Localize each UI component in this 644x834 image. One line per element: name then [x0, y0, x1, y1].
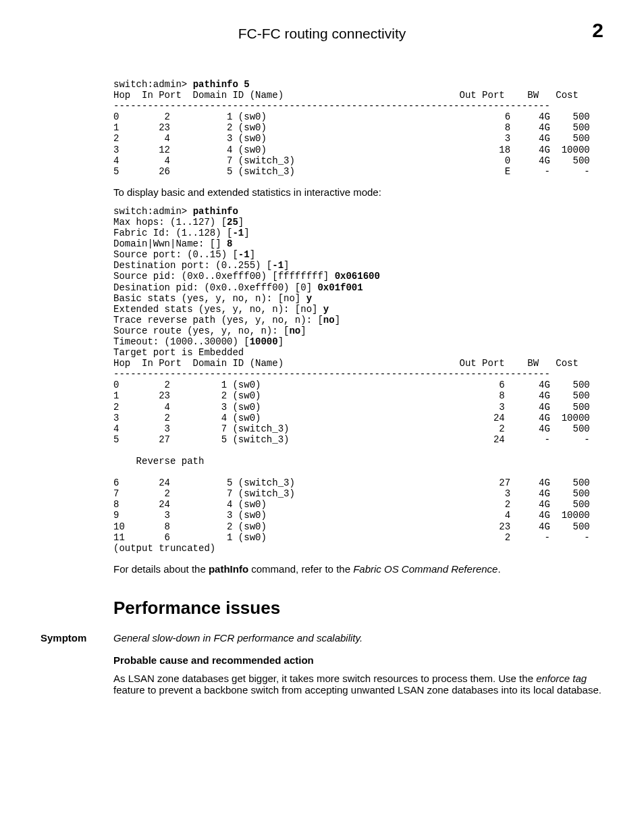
intro-text-2: To display basic and extended statistics… — [41, 186, 603, 198]
symptom-row: Symptom General slow-down in FCR perform… — [41, 632, 603, 644]
symptom-label: Symptom — [41, 632, 113, 644]
chapter-number: 2 — [592, 19, 603, 42]
command: pathinfo 5 — [193, 79, 250, 90]
page-title: FC-FC routing connectivity — [238, 26, 406, 42]
cause-body: As LSAN zone databases get bigger, it ta… — [41, 673, 603, 696]
table-row: 5 26 5 (switch_3) E - - — [113, 166, 590, 177]
page-content: FC-FC routing connectivity 2 switch:admi… — [0, 0, 644, 744]
table-row: 5 27 5 (switch_3) 24 - - — [113, 434, 590, 445]
command-name: pathInfo — [209, 563, 248, 575]
table-row: 0 2 1 (sw0) 6 4G 500 — [113, 380, 590, 390]
prompt: switch:admin> — [113, 79, 187, 90]
feature-name: enforce tag — [536, 673, 587, 684]
rule: ----------------------------------------… — [113, 101, 550, 111]
prompt: switch:admin> — [113, 206, 187, 217]
cause-heading: Probable cause and recommended action — [41, 654, 603, 666]
page-header: FC-FC routing connectivity 2 — [41, 26, 603, 42]
terminal-block-2: switch:admin> pathinfo Max hops: (1..127… — [41, 206, 603, 554]
table-row: 0 2 1 (sw0) 6 4G 500 — [113, 111, 590, 122]
command: pathinfo — [193, 206, 238, 217]
rule: ----------------------------------------… — [113, 369, 550, 380]
table-row: 3 2 4 (sw0) 24 4G 10000 — [113, 413, 590, 423]
table-row: 7 2 7 (switch_3) 3 4G 500 — [113, 488, 590, 499]
section-heading: Performance issues — [41, 598, 603, 619]
table-row: 2 4 3 (sw0) 3 4G 500 — [113, 402, 590, 413]
reference-title: Fabric OS Command Reference — [353, 563, 498, 575]
table-row: 11 6 1 (sw0) 2 - - — [113, 532, 590, 543]
table-row: 1 23 2 (sw0) 8 4G 500 — [113, 390, 590, 401]
table-row: 4 4 7 (switch_3) 0 4G 500 — [113, 155, 590, 166]
table-row: 4 3 7 (switch_3) 2 4G 500 — [113, 423, 590, 434]
table-row: 6 24 5 (switch_3) 27 4G 500 — [113, 477, 590, 488]
terminal-block-1: switch:admin> pathinfo 5 Hop In Port Dom… — [41, 79, 603, 177]
reverse-path-label: Reverse path — [113, 456, 204, 467]
table-row: 2 4 3 (sw0) 3 4G 500 — [113, 133, 590, 144]
table-header: Hop In Port Domain ID (Name) Out Port BW… — [113, 90, 579, 101]
table-row: 1 23 2 (sw0) 8 4G 500 — [113, 122, 590, 133]
closing-text: For details about the pathInfo command, … — [41, 563, 603, 575]
output-truncated: (output truncated) — [113, 543, 215, 554]
table-row: 8 24 4 (sw0) 2 4G 500 — [113, 499, 590, 510]
table-row: 10 8 2 (sw0) 23 4G 500 — [113, 521, 590, 532]
table-header: Hop In Port Domain ID (Name) Out Port BW… — [113, 358, 579, 369]
table-row: 3 12 4 (sw0) 18 4G 10000 — [113, 145, 590, 155]
table-row: 9 3 3 (sw0) 4 4G 10000 — [113, 510, 590, 521]
symptom-text: General slow-down in FCR performance and… — [113, 632, 363, 644]
